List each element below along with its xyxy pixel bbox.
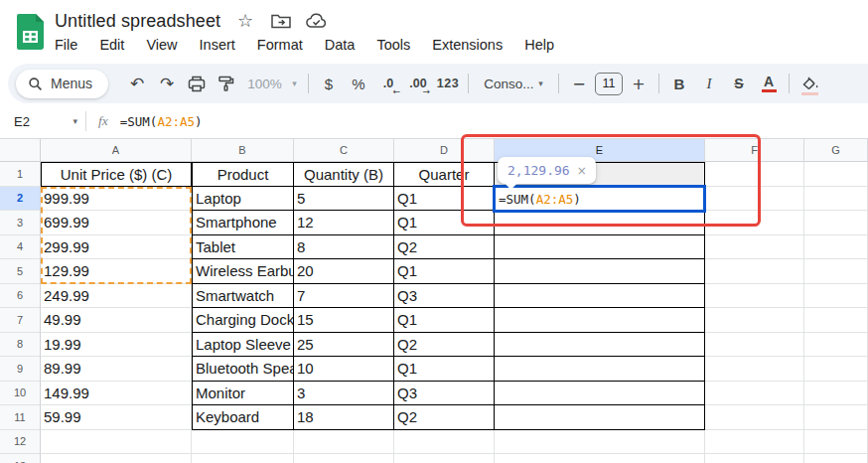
cell-D7[interactable]: Q1	[394, 308, 495, 333]
move-folder-icon[interactable]	[270, 10, 292, 32]
cell-G6[interactable]	[804, 284, 868, 309]
cell-B9[interactable]: Bluetooth Speaker	[192, 357, 294, 382]
cell-B11[interactable]: Keyboard	[192, 405, 294, 430]
column-header-G[interactable]: G	[804, 139, 868, 162]
menu-extensions[interactable]: Extensions	[421, 35, 513, 57]
row-header-12[interactable]: 12	[0, 430, 41, 455]
cell-D11[interactable]: Q2	[394, 405, 495, 430]
cell-E12[interactable]	[495, 430, 705, 455]
cell-D9[interactable]: Q1	[394, 357, 495, 382]
cell-A11[interactable]: 59.99	[41, 405, 192, 430]
cell-B8[interactable]: Laptop Sleeve	[192, 333, 294, 358]
cell-E6[interactable]	[495, 284, 705, 309]
column-header-D[interactable]: D	[394, 139, 495, 162]
cell-C5[interactable]: 20	[294, 259, 394, 284]
zoom-control[interactable]: 100% ▾	[241, 69, 303, 98]
cell-B12[interactable]	[192, 430, 294, 455]
cell-A1[interactable]: Unit Price ($) (C)	[41, 162, 192, 187]
cell-A13[interactable]	[41, 454, 192, 463]
cell-C11[interactable]: 18	[294, 405, 394, 430]
percent-format-button[interactable]: %	[344, 69, 373, 98]
cell-F4[interactable]	[705, 235, 804, 260]
print-button[interactable]	[182, 69, 212, 98]
cell-C10[interactable]: 3	[294, 382, 394, 406]
menu-edit[interactable]: Edit	[88, 35, 135, 57]
cell-C2[interactable]: 5	[294, 187, 394, 212]
row-header-8[interactable]: 8	[0, 333, 41, 358]
cell-C7[interactable]: 15	[294, 308, 394, 333]
font-size-field[interactable]: 11	[594, 69, 624, 98]
menu-help[interactable]: Help	[513, 35, 565, 57]
bold-button[interactable]: B	[664, 69, 694, 98]
cell-A6[interactable]: 249.99	[41, 284, 192, 309]
close-preview-icon[interactable]: ×	[577, 164, 587, 178]
name-box[interactable]: E2 ▾	[0, 114, 85, 129]
cell-D10[interactable]: Q3	[394, 382, 495, 406]
cell-B7[interactable]: Charging Dock	[192, 308, 294, 333]
active-cell-editor-E2[interactable]: =SUM(A2:A5)	[493, 185, 706, 213]
cell-D6[interactable]: Q3	[394, 284, 495, 309]
cell-B6[interactable]: Smartwatch	[192, 284, 294, 309]
cell-G7[interactable]	[804, 308, 868, 333]
formula-input[interactable]: =SUM(A2:A5)	[120, 114, 203, 129]
paint-format-button[interactable]	[212, 69, 241, 98]
cell-D2[interactable]: Q1	[394, 187, 495, 212]
decrease-font-size-button[interactable]: −	[564, 69, 594, 98]
select-all-corner[interactable]	[0, 139, 41, 162]
cell-C12[interactable]	[294, 430, 394, 455]
cell-G5[interactable]	[804, 259, 868, 284]
cell-A5[interactable]: 129.99	[41, 259, 192, 284]
cell-G9[interactable]	[804, 357, 868, 382]
italic-button[interactable]: I	[694, 69, 724, 98]
cell-F12[interactable]	[705, 430, 804, 455]
cell-G12[interactable]	[804, 430, 868, 455]
cell-G10[interactable]	[804, 382, 868, 406]
cell-B4[interactable]: Tablet	[192, 235, 294, 260]
cell-F2[interactable]	[705, 187, 804, 212]
cell-F8[interactable]	[705, 333, 804, 358]
cell-D12[interactable]	[394, 430, 495, 455]
cell-A2[interactable]: 999.99	[41, 187, 192, 212]
font-family-selector[interactable]: Conso... ▾	[474, 69, 553, 98]
document-title[interactable]: Untitled spreadsheet	[55, 11, 220, 32]
decrease-decimal-button[interactable]: .0←	[373, 69, 403, 98]
cell-F5[interactable]	[705, 259, 804, 284]
cell-E11[interactable]	[495, 405, 705, 430]
cell-A8[interactable]: 19.99	[41, 333, 192, 358]
row-header-9[interactable]: 9	[0, 357, 41, 382]
menu-data[interactable]: Data	[314, 35, 366, 57]
cell-D8[interactable]: Q2	[394, 333, 495, 358]
row-header-5[interactable]: 5	[0, 259, 41, 284]
row-header-3[interactable]: 3	[0, 211, 41, 235]
cell-G3[interactable]	[804, 211, 868, 235]
menu-insert[interactable]: Insert	[189, 35, 246, 57]
cell-D5[interactable]: Q1	[394, 259, 495, 284]
row-header-4[interactable]: 4	[0, 235, 41, 260]
menu-format[interactable]: Format	[246, 35, 314, 57]
row-header-7[interactable]: 7	[0, 308, 41, 333]
cell-G11[interactable]	[804, 405, 868, 430]
cell-E13[interactable]	[495, 454, 705, 463]
fill-color-button[interactable]	[795, 69, 824, 98]
cell-F13[interactable]	[705, 454, 804, 463]
cell-F11[interactable]	[705, 405, 804, 430]
column-header-B[interactable]: B	[192, 139, 294, 162]
cell-E10[interactable]	[495, 382, 705, 406]
cell-D4[interactable]: Q2	[394, 235, 495, 260]
cell-F1[interactable]	[705, 162, 804, 187]
cloud-status-icon[interactable]	[306, 10, 328, 32]
cell-D3[interactable]: Q1	[394, 211, 495, 235]
cell-G2[interactable]	[804, 187, 868, 212]
sheets-logo-icon[interactable]	[17, 14, 44, 50]
cell-F10[interactable]	[705, 382, 804, 406]
menu-view[interactable]: View	[135, 35, 188, 57]
cell-C13[interactable]	[294, 454, 394, 463]
cell-F6[interactable]	[705, 284, 804, 309]
menus-search-button[interactable]: Menus	[16, 70, 108, 98]
cell-C8[interactable]: 25	[294, 333, 394, 358]
increase-decimal-button[interactable]: .00→	[403, 69, 433, 98]
menu-file[interactable]: File	[55, 35, 88, 57]
cell-C6[interactable]: 7	[294, 284, 394, 309]
currency-format-button[interactable]: $	[314, 69, 344, 98]
cell-E4[interactable]	[495, 235, 705, 260]
